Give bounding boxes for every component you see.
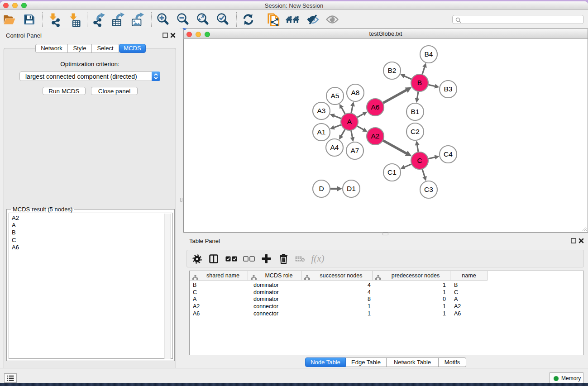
svg-text:C3: C3 bbox=[424, 186, 433, 193]
svg-text:A8: A8 bbox=[351, 89, 360, 96]
svg-text:D: D bbox=[319, 185, 324, 192]
svg-text:A4: A4 bbox=[330, 143, 339, 151]
svg-text:B4: B4 bbox=[425, 50, 433, 58]
svg-text:D1: D1 bbox=[347, 185, 356, 192]
svg-text:C1: C1 bbox=[387, 168, 397, 176]
svg-text:A2: A2 bbox=[371, 132, 380, 140]
svg-text:A5: A5 bbox=[331, 92, 339, 100]
svg-text:A3: A3 bbox=[317, 107, 326, 114]
svg-text:B3: B3 bbox=[444, 85, 453, 93]
svg-text:A7: A7 bbox=[351, 147, 359, 154]
svg-text:C2: C2 bbox=[411, 128, 420, 135]
svg-text:A6: A6 bbox=[371, 103, 380, 111]
svg-text:A: A bbox=[347, 118, 352, 125]
svg-text:B1: B1 bbox=[411, 108, 420, 115]
svg-text:C4: C4 bbox=[444, 150, 453, 158]
svg-text:C: C bbox=[417, 157, 422, 164]
svg-text:B2: B2 bbox=[388, 67, 397, 74]
svg-text:B: B bbox=[417, 79, 422, 86]
svg-text:A1: A1 bbox=[317, 128, 326, 136]
